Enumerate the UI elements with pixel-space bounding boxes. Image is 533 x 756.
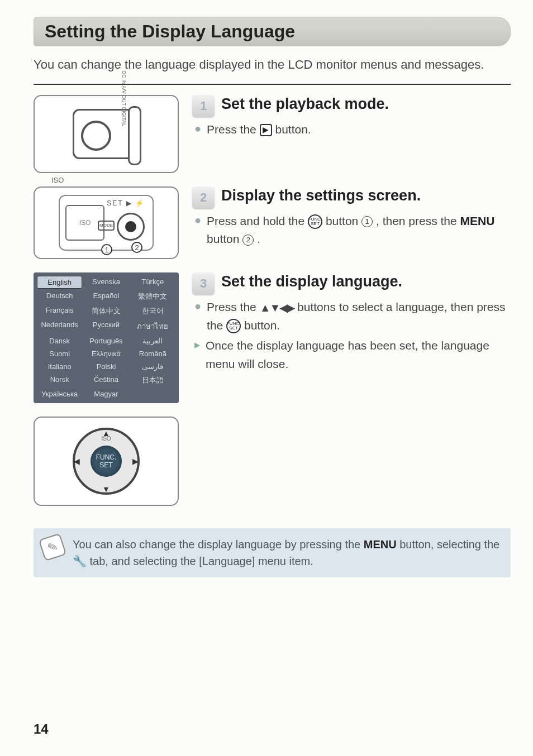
up-arrow-icon: ▲ [102,429,110,438]
language-option: ภาษาไทย [130,319,175,334]
tools-tab-icon: 🔧 [73,555,87,567]
camera-back-view: SET ▶ ⚡ ISO MODE 1 2 [34,186,179,259]
down-arrow-icon: ▼ [102,485,110,494]
step-3-instruction-2: Once the display language has been set, … [206,337,511,373]
section-title: Setting the Display Language [45,21,499,42]
page-number: 14 [34,721,49,737]
menu-label: MENU [460,214,495,227]
bullet-icon: ● [194,298,201,335]
circled-1: 1 [361,216,373,227]
step-3-illustration: EnglishSvenskaTürkçeDeutschEspañol繁體中文Fr… [34,272,179,403]
language-option: Italiano [37,361,82,372]
func-set-icon: FUNC. SET [226,319,241,333]
language-option: Ελληνικά [83,348,129,360]
language-option: Українська [37,388,82,400]
circled-2: 2 [242,235,254,246]
top-icons: SET ▶ ⚡ [107,199,145,207]
result-arrow-icon: ▸ [194,337,200,373]
step-1-illustration: DC IN A/V OUT DIGITAL ISO [34,95,179,173]
language-option: Français [37,304,82,318]
right-arrow-icon: ▶ [132,457,139,466]
language-option: Español [83,290,129,303]
step-2-illustration: SET ▶ ⚡ ISO MODE 1 2 [34,186,179,259]
step-1-text: 1 Set the playback mode. ● Press the ▶ b… [192,95,511,173]
func-set-button-illus: FUNC. SET [91,446,122,477]
language-option: Nederlands [37,319,82,334]
intro-text: You can change the language displayed in… [34,56,511,74]
language-option: Türkçe [130,276,175,289]
dial-closeup-row: ISO ▲ ▼ ◀ ▶ FUNC. SET [34,417,511,506]
bullet-icon: ● [194,212,201,248]
pencil-icon: ✎ [39,533,66,561]
step-3-row: EnglishSvenskaTürkçeDeutschEspañol繁體中文Fr… [34,272,511,403]
language-option: Română [130,348,175,360]
language-option: Magyar [83,388,129,400]
language-option: Deutsch [37,290,82,303]
step-3-instruction-1: Press the ▲▼◀▶ buttons to select a langu… [207,298,511,335]
language-option: 한국어 [130,304,175,318]
step-2-title: Display the settings screen. [221,186,421,204]
step-number-icon: 3 [192,272,215,295]
language-option: 繁體中文 [130,290,175,303]
iso-label: ISO [51,176,64,184]
mode-button-illus: MODE [98,221,115,231]
divider [34,84,511,85]
language-option: Português [83,335,129,347]
section-title-bar: Setting the Display Language [34,17,511,46]
language-option: 日本語 [130,374,175,387]
step-2-row: SET ▶ ⚡ ISO MODE 1 2 2 Display the setti… [34,186,511,259]
camera-top-view: DC IN A/V OUT DIGITAL ISO [34,95,179,173]
step-2-instruction: Press and hold the FUNC. SET button 1 , … [207,212,511,248]
control-dial-closeup: ISO ▲ ▼ ◀ ▶ FUNC. SET [34,417,179,506]
port-label: DC IN A/V OUT DIGITAL [121,71,127,126]
step-1-instruction: Press the ▶ button. [207,121,311,139]
step-1-title: Set the playback mode. [221,95,389,113]
step-number-icon: 2 [192,186,215,209]
dial-closeup-illustration: ISO ▲ ▼ ◀ ▶ FUNC. SET [34,417,179,506]
step-1-row: DC IN A/V OUT DIGITAL ISO 1 Set the play… [34,95,511,173]
control-dial-illus [117,213,145,241]
language-option [130,388,175,400]
callout-1: 1 [101,244,112,255]
language-option: فارسی [130,361,175,372]
menu-label: MENU [364,538,397,551]
language-option: Čeština [83,374,129,387]
tip-box: ✎ You can also change the display langua… [34,528,511,577]
func-set-icon: FUNC. SET [308,214,322,229]
step-number-icon: 1 [192,95,215,117]
direction-arrows-icon: ▲▼◀▶ [260,302,294,314]
step-3-title: Set the display language. [221,272,402,290]
language-option: Norsk [37,374,82,387]
language-option: العربية [130,335,175,347]
bullet-icon: ● [194,121,201,139]
language-menu-screenshot: EnglishSvenskaTürkçeDeutschEspañol繁體中文Fr… [34,272,179,403]
playback-icon: ▶ [260,124,272,136]
tip-text: You can also change the display language… [73,538,499,567]
left-arrow-icon: ◀ [74,457,80,466]
language-option: Dansk [37,335,82,347]
language-option: Русский [83,319,129,334]
step-3-text: 3 Set the display language. ● Press the … [192,272,511,403]
callout-2: 2 [131,242,142,253]
step-2-text: 2 Display the settings screen. ● Press a… [192,186,511,259]
language-option: Svenska [83,276,129,289]
language-option: Suomi [37,348,82,360]
manual-page: Setting the Display Language You can cha… [0,0,533,756]
language-option: English [37,276,82,289]
language-option: Polski [83,361,129,372]
language-option: 简体中文 [83,304,129,318]
